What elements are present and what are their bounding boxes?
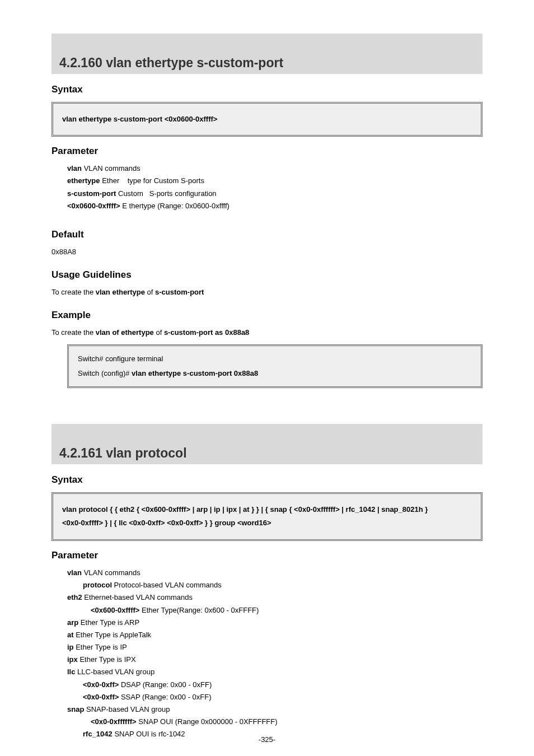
param-row: ipx Ether Type is IPX: [51, 655, 483, 665]
usage-line-160: To create the vlan ethertype of s-custom…: [51, 287, 483, 297]
param-val: Ether Type is AppleTalk: [76, 631, 151, 639]
ex-cmd: vlan ethertype s-custom-port 0x88a8: [132, 369, 258, 377]
param-row: arp Ether Type is ARP: [51, 618, 483, 628]
param-val: Custom: [116, 189, 143, 198]
usage-text: To create the: [51, 288, 96, 296]
param-val: type for Custom S-ports: [128, 176, 204, 185]
usage-bold: vlan ethertype: [96, 288, 145, 296]
ex-bold: vlan of ethertype: [96, 328, 154, 337]
param-val: Protocol-based VLAN commands: [114, 581, 222, 589]
ex-text: To create the: [51, 328, 96, 337]
param-val: Ether Type is ARP: [78, 618, 139, 627]
param-scustom: s-custom-port Custom S-ports configurati…: [51, 189, 483, 199]
param-row: vlan VLAN commands: [51, 568, 483, 578]
syntax-text-160: vlan ethertype s-custom-port <0x0600-0xf…: [62, 115, 217, 123]
section-title-161: 4.2.161 vlan protocol: [59, 444, 187, 462]
parameter-heading-161: Parameter: [51, 549, 483, 562]
param-key: vlan: [67, 164, 82, 172]
param-key: ip: [67, 643, 74, 651]
param-val: Ether Type is IP: [74, 643, 127, 651]
param-range: <0x0600-0xffff> E thertype (Range: 0x060…: [51, 201, 483, 211]
param-val: Ether Type is IPX: [78, 655, 136, 664]
param-key: <0x0-0xffffff>: [91, 717, 137, 726]
param-val: LLC-based VLAN group: [77, 668, 154, 676]
param-key: snap: [67, 705, 84, 713]
param-key: eth2: [67, 593, 82, 601]
param-val: DSAP (Range: 0x00 - 0xFF): [119, 680, 212, 689]
usage-text: of: [145, 288, 155, 296]
param-row: ip Ether Type is IP: [51, 642, 483, 652]
param-key: <0x0-0xff>: [83, 693, 119, 701]
param-val: VLAN commands: [82, 164, 140, 172]
usage-heading-160: Usage Guidelines: [51, 268, 483, 282]
default-heading-160: Default: [51, 228, 483, 241]
example-intro-160: To create the vlan of ethertype of s-cus…: [51, 328, 483, 338]
param-key: vlan: [67, 568, 82, 577]
section-title-160: 4.2.160 vlan ethertype s-custom-port: [59, 54, 283, 72]
ex-text: of: [154, 328, 164, 337]
param-row: <0x0-0xff> DSAP (Range: 0x00 - 0xFF): [51, 680, 483, 690]
example-heading-160: Example: [51, 309, 483, 322]
parameter-heading-160: Parameter: [51, 144, 483, 158]
param-row: at Ether Type is AppleTalk: [51, 630, 483, 640]
param-val: SNAP OUI (Range 0x000000 - 0XFFFFFF): [137, 717, 278, 726]
param-row: llc LLC-based VLAN group: [51, 667, 483, 677]
param-row: protocol Protocol-based VLAN commands: [51, 580, 483, 590]
param-val: thertype (Range: 0x0600-0xffff): [129, 202, 229, 210]
param-key: <0x600-0xffff>: [91, 606, 139, 614]
param-val: SNAP-based VLAN group: [84, 705, 170, 713]
param-val: VLAN commands: [82, 568, 140, 577]
param-val: Ethernet-based VLAN commands: [82, 593, 193, 601]
param-ethertype: ethertype Ether type for Custom S-ports: [51, 176, 483, 186]
param-key: s-custom-port: [67, 189, 116, 198]
example-line-2: Switch (config)# vlan ethertype s-custom…: [78, 366, 472, 381]
param-key: arp: [67, 618, 78, 627]
param-row: <0x0-0xff> SSAP (Range: 0x00 - 0xFF): [51, 692, 483, 702]
param-val: Ether Type(Range: 0x600 - 0xFFFF): [139, 606, 259, 614]
syntax-box-161: vlan protocol { { eth2 { <0x600-0xffff> …: [51, 492, 483, 541]
example-line-1: Switch# configure terminal: [78, 352, 472, 366]
param-val: SSAP (Range: 0x00 - 0xFF): [119, 693, 211, 701]
ex-prompt: Switch (config)#: [78, 369, 132, 377]
usage-bold: s-custom-port: [155, 288, 204, 296]
param-key: <0x0-0xff>: [83, 680, 119, 689]
default-value-160: 0x88A8: [51, 247, 483, 257]
ex-bold: s-custom-port as 0x88a8: [164, 328, 249, 337]
param-val: E: [120, 202, 127, 210]
syntax-heading-160: Syntax: [51, 83, 483, 96]
param-val: S-ports configuration: [149, 189, 217, 198]
example-box-160: Switch# configure terminal Switch (confi…: [67, 344, 483, 388]
syntax-heading-161: Syntax: [51, 473, 483, 487]
syntax-text-161a: vlan protocol { { eth2 { <0x600-0xffff> …: [62, 503, 472, 517]
param-key: ipx: [67, 655, 78, 664]
param-row: <0x0-0xffffff> SNAP OUI (Range 0x000000 …: [51, 717, 483, 727]
page-container: 4.2.160 vlan ethertype s-custom-port Syn…: [0, 0, 534, 756]
syntax-text-161b: <0x0-0xffff> } | { llc <0x0-0xff> <0x0-0…: [62, 516, 472, 530]
param-row: eth2 Ethernet-based VLAN commands: [51, 592, 483, 603]
param-key: ethertype: [67, 176, 100, 185]
param-key: protocol: [83, 581, 114, 589]
page-number: -325-: [0, 735, 534, 745]
param-row: <0x600-0xffff> Ether Type(Range: 0x600 -…: [51, 605, 483, 615]
section-banner-160: 4.2.160 vlan ethertype s-custom-port: [51, 34, 483, 74]
section-banner-161: 4.2.161 vlan protocol: [51, 424, 483, 464]
param-key: at: [67, 631, 76, 639]
param-vlan: vlan VLAN commands: [51, 164, 483, 174]
param-key: <0x0600-0xffff>: [67, 202, 120, 210]
param-row: snap SNAP-based VLAN group: [51, 704, 483, 715]
param-key: llc: [67, 668, 77, 676]
param-val: Ether: [100, 176, 120, 185]
syntax-box-160: vlan ethertype s-custom-port <0x0600-0xf…: [51, 102, 483, 137]
